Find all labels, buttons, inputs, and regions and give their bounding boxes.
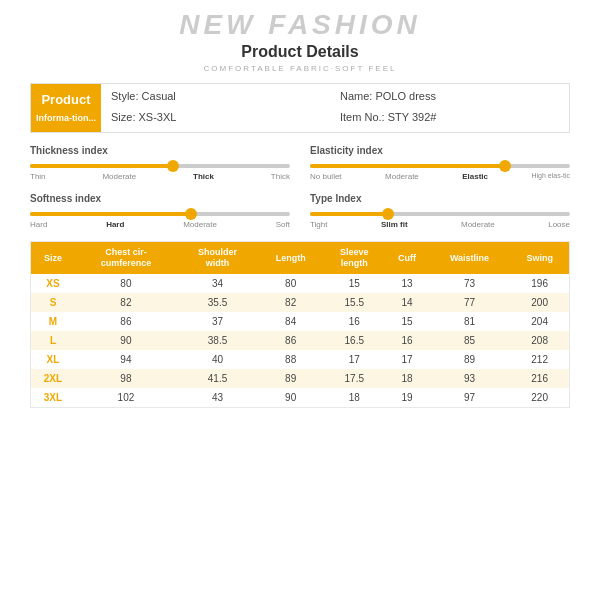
elasticity-fill: [310, 164, 505, 168]
cell-value: 220: [510, 388, 569, 407]
page: NEW FASHION Product Details COMFORTABLE …: [0, 0, 600, 600]
table-row: M863784161581204: [31, 312, 569, 331]
cell-value: 19: [385, 388, 428, 407]
indices-row-1: Thickness index Thin Moderate Thick Thic…: [30, 145, 570, 181]
table-body: XS803480151373196S8235.58215.51477200M86…: [31, 274, 569, 407]
cell-value: 41.5: [177, 369, 258, 388]
cell-value: 73: [429, 274, 511, 293]
elasticity-title: Elasticity index: [310, 145, 570, 156]
cell-value: 86: [75, 312, 177, 331]
type-track: [310, 212, 570, 216]
cell-size: XS: [31, 274, 75, 293]
cell-size: S: [31, 293, 75, 312]
cell-value: 17: [385, 350, 428, 369]
cell-value: 208: [510, 331, 569, 350]
softness-index: Softness index Hard Hard Moderate Soft: [30, 193, 290, 229]
cell-value: 15: [323, 274, 385, 293]
cell-value: 204: [510, 312, 569, 331]
cell-value: 43: [177, 388, 258, 407]
cell-value: 35.5: [177, 293, 258, 312]
thickness-labels: Thin Moderate Thick Thick: [30, 172, 290, 181]
cell-size: L: [31, 331, 75, 350]
section-title: Product Details: [30, 43, 570, 61]
softness-title: Softness index: [30, 193, 290, 204]
type-dot: [382, 208, 394, 220]
cell-value: 34: [177, 274, 258, 293]
col-swing: Swing: [510, 242, 569, 274]
thickness-track: [30, 164, 290, 168]
cell-value: 14: [385, 293, 428, 312]
product-fields: Style: Casual Name: POLO dress Size: XS-…: [101, 84, 569, 133]
cell-value: 90: [258, 388, 323, 407]
cell-value: 90: [75, 331, 177, 350]
cell-value: 97: [429, 388, 511, 407]
thickness-dot: [167, 160, 179, 172]
brand-title: NEW FASHION: [30, 10, 570, 41]
cell-value: 89: [429, 350, 511, 369]
cell-value: 37: [177, 312, 258, 331]
cell-value: 40: [177, 350, 258, 369]
col-sleeve: Sleevelength: [323, 242, 385, 274]
table-row: 2XL9841.58917.51893216: [31, 369, 569, 388]
cell-value: 86: [258, 331, 323, 350]
thickness-index: Thickness index Thin Moderate Thick Thic…: [30, 145, 290, 181]
table-row: L9038.58616.51685208: [31, 331, 569, 350]
product-label: Product Informa-tion...: [31, 84, 101, 133]
cell-value: 98: [75, 369, 177, 388]
type-index: Type Index Tight Slim fit Moderate Loose: [310, 193, 570, 229]
cell-value: 18: [385, 369, 428, 388]
label-information: Informa-tion...: [36, 113, 96, 125]
type-fill: [310, 212, 388, 216]
cell-value: 15: [385, 312, 428, 331]
subtitle: COMFORTABLE FABRIC·SOFT FEEL: [30, 64, 570, 73]
cell-value: 38.5: [177, 331, 258, 350]
cell-value: 13: [385, 274, 428, 293]
elasticity-index: Elasticity index No bullet Moderate Elas…: [310, 145, 570, 181]
col-length: Length: [258, 242, 323, 274]
cell-value: 93: [429, 369, 511, 388]
cell-value: 212: [510, 350, 569, 369]
cell-value: 17.5: [323, 369, 385, 388]
elasticity-track: [310, 164, 570, 168]
cell-value: 16: [323, 312, 385, 331]
cell-value: 80: [75, 274, 177, 293]
softness-fill: [30, 212, 191, 216]
thickness-fill: [30, 164, 173, 168]
cell-value: 82: [258, 293, 323, 312]
cell-size: 3XL: [31, 388, 75, 407]
col-size: Size: [31, 242, 75, 274]
table-row: S8235.58215.51477200: [31, 293, 569, 312]
label-product: Product: [41, 92, 90, 109]
cell-size: M: [31, 312, 75, 331]
size-table-wrapper: Size Chest cir-cumference Shoulderwidth …: [30, 241, 570, 408]
thickness-title: Thickness index: [30, 145, 290, 156]
cell-value: 94: [75, 350, 177, 369]
field-item-no: Item No.: STY 392#: [340, 111, 559, 126]
cell-value: 17: [323, 350, 385, 369]
cell-value: 85: [429, 331, 511, 350]
product-info-box: Product Informa-tion... Style: Casual Na…: [30, 83, 570, 134]
cell-value: 80: [258, 274, 323, 293]
field-size: Size: XS-3XL: [111, 111, 330, 126]
type-title: Type Index: [310, 193, 570, 204]
col-shoulder: Shoulderwidth: [177, 242, 258, 274]
cell-size: 2XL: [31, 369, 75, 388]
softness-labels: Hard Hard Moderate Soft: [30, 220, 290, 229]
col-cuff: Cuff: [385, 242, 428, 274]
cell-value: 18: [323, 388, 385, 407]
table-header-row: Size Chest cir-cumference Shoulderwidth …: [31, 242, 569, 274]
cell-value: 89: [258, 369, 323, 388]
table-row: XL944088171789212: [31, 350, 569, 369]
col-chest: Chest cir-cumference: [75, 242, 177, 274]
type-labels: Tight Slim fit Moderate Loose: [310, 220, 570, 229]
cell-value: 82: [75, 293, 177, 312]
size-table: Size Chest cir-cumference Shoulderwidth …: [31, 242, 569, 407]
cell-size: XL: [31, 350, 75, 369]
cell-value: 84: [258, 312, 323, 331]
cell-value: 88: [258, 350, 323, 369]
elasticity-dot: [499, 160, 511, 172]
cell-value: 196: [510, 274, 569, 293]
field-name: Name: POLO dress: [340, 90, 559, 105]
cell-value: 15.5: [323, 293, 385, 312]
cell-value: 102: [75, 388, 177, 407]
